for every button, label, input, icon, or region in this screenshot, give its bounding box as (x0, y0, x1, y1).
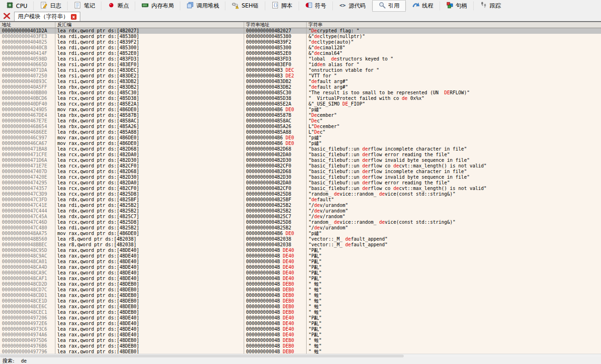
table-row[interactable]: 0000000000407250lea rsi,qword ptr ds:[4B… (0, 73, 601, 79)
text-segment: "basic_filebuf::un (308, 146, 362, 152)
table-row[interactable]: 000000000047C3FDlea rdx,qword ptr ds:[4B… (0, 197, 601, 203)
table-row[interactable]: 0000000000471E7Elea rcx,qword ptr ds:[4B… (0, 163, 601, 169)
text-segment: 00000000004B25C7 (246, 214, 291, 219)
string-address-cell: 00000000004B2DA0 (244, 180, 307, 186)
table-row[interactable]: 00000000004686EElea rdx,qword ptr ds:[4B… (0, 129, 601, 135)
table-row[interactable]: 00000000004249D5mov rax,qword ptr ds:[4B… (0, 107, 601, 113)
toolbar-button-trace[interactable]: 跟踪 (474, 0, 507, 12)
table-row[interactable]: 000000000040DF40lea rcx,qword ptr ds:[4B… (0, 101, 601, 107)
toolbar-button-symbols[interactable]: 符号 (299, 0, 332, 12)
table-row[interactable]: 000000000048CEC1lea rax,qword ptr ds:[4B… (0, 310, 601, 315)
table-row[interactable]: 0000000000404025lea rdi,qword ptr ds:[4B… (0, 39, 601, 45)
table-row[interactable]: 000000000047C41Elea rdi,qword ptr ds:[4B… (0, 203, 601, 208)
table-row[interactable]: 000000000048C95Dlea rax,qword ptr ds:[4B… (0, 248, 601, 253)
horizontal-scrollbar-thumb[interactable] (0, 355, 404, 357)
toolbar-button-call-stack[interactable]: 调用堆栈 (180, 0, 225, 12)
disassembly-cell: lea rdi,qword ptr ds:[4B39F2] (55, 39, 244, 45)
toolbar-button-memory-map[interactable]: 内存布局 (135, 0, 180, 12)
table-row[interactable]: 000000000040414Flea rdi,qword ptr ds:[4B… (0, 51, 601, 56)
table-row[interactable]: 000000000040BB00lea rbx,qword ptr ds:[4B… (0, 90, 601, 96)
table-row[interactable]: 000000000048CD2Dlea rax,qword ptr ds:[4B… (0, 281, 601, 287)
text-segment: vice(const std::string&)" (385, 220, 456, 225)
table-row[interactable]: 00000000004974A6lea rax,qword ptr ds:[4B… (0, 332, 601, 338)
toolbar-button-source[interactable]: <>源代码 (333, 0, 372, 12)
table-row[interactable]: 000000000048CE1Dlea rax,qword ptr ds:[4B… (0, 298, 601, 304)
table-row[interactable]: 0000000000471D6Alea rcx,qword ptr ds:[4B… (0, 158, 601, 163)
table-row[interactable]: 000000000048B560lea r8,qword ptr ds:[4B2… (0, 236, 601, 242)
table-row[interactable]: 000000000048CA4Dlea rax,qword ptr ds:[4B… (0, 265, 601, 270)
table-row[interactable]: 00000000004973C6lea rax,qword ptr ds:[4B… (0, 326, 601, 332)
table-row[interactable]: 0000000000471BA8lea rcx,qword ptr ds:[4B… (0, 146, 601, 152)
toolbar-button-references[interactable]: 引用 (372, 0, 406, 12)
table-row[interactable]: 00000000004975D6lea rax,qword ptr ds:[4B… (0, 338, 601, 343)
table-row[interactable]: 000000000048CD7Clea rax,qword ptr ds:[4B… (0, 287, 601, 293)
text-segment: 00000000004B (246, 270, 283, 275)
toolbar-button-breakpoints[interactable]: 断点 (101, 0, 135, 12)
table-row[interactable]: 000000000048CAF1lea rax,qword ptr ds:[4B… (0, 276, 601, 281)
table-row[interactable]: 000000000048C9AClea rax,qword ptr ds:[4B… (0, 253, 601, 259)
table-row[interactable]: 0000000000497796lea rax,qword ptr ds:[4B… (0, 349, 601, 354)
column-header-string[interactable]: 字符串 (307, 22, 601, 28)
table-row[interactable]: 000000000046C997mov rax,qword ptr ds:[4B… (0, 135, 601, 141)
table-row[interactable]: 0000000000467E7Elea rdx,qword ptr ds:[4B… (0, 118, 601, 124)
table-row[interactable]: 000000000048CE6Clea rax,qword ptr ds:[4B… (0, 304, 601, 310)
table-row[interactable]: 000000000047C46Dlea rcx,qword ptr ds:[4B… (0, 220, 601, 225)
table-row[interactable]: 000000000046CA67mov rax,qword ptr ds:[4B… (0, 141, 601, 146)
search-input[interactable]: de (21, 358, 27, 364)
table-row[interactable]: 000000000047C3D9lea rcx,qword ptr ds:[4B… (0, 191, 601, 197)
search-match-highlight: DE40 (283, 332, 294, 337)
tab-close-icon[interactable]: x (71, 14, 77, 20)
table-row[interactable]: 00000000004972E6lea rax,qword ptr ds:[4B… (0, 321, 601, 326)
table-row[interactable]: 000000000040A5FFlea rbx,qword ptr ds:[4B… (0, 84, 601, 90)
table-row[interactable]: 0000000000497206lea rax,qword ptr ds:[4B… (0, 315, 601, 321)
table-row[interactable]: 0000000000467DE4lea rbx,qword ptr ds:[4B… (0, 113, 601, 118)
table-row[interactable]: 000000000048AA75mov rax,qword ptr ds:[4B… (0, 231, 601, 236)
table-row[interactable]: 00000000004040CBlea rdi,qword ptr ds:[4B… (0, 45, 601, 51)
text-segment: 00000000004B52E0 (246, 51, 291, 56)
log-icon (40, 1, 47, 10)
table-row[interactable]: 000000000048CDD1lea rax,qword ptr ds:[4B… (0, 293, 601, 298)
toolbar-button-threads[interactable]: 线程 (406, 0, 439, 12)
toolbar-button-script[interactable]: {}脚本 (265, 0, 299, 12)
table-row[interactable]: 000000000048CA9Clea rax,qword ptr ds:[4B… (0, 270, 601, 276)
table-row[interactable]: 000000000047C444lea rdx,qword ptr ds:[4B… (0, 208, 601, 214)
toolbar-button-notes[interactable]: 笔记 (68, 0, 101, 12)
table-row[interactable]: 000000000048BBEClea r8,qword ptr ds:[4B2… (0, 242, 601, 248)
table-row[interactable]: 0000000000474295lea rcx,qword ptr ds:[4B… (0, 180, 601, 186)
table-row[interactable]: 00000000004071DAlea rsi,qword ptr ds:[4B… (0, 68, 601, 73)
table-row[interactable]: 000000000048CA01lea rax,qword ptr ds:[4B… (0, 259, 601, 265)
table-row[interactable]: 000000000047C45Alea rdx,qword ptr ds:[4B… (0, 214, 601, 220)
text-segment: 00000000004B2DA0 (246, 152, 291, 157)
column-header-disassembly[interactable]: 反汇编 (55, 22, 244, 28)
search-match-highlight: de (334, 220, 339, 225)
table-row[interactable]: 000000000040BCD6lea rcx,qword ptr ds:[4B… (0, 96, 601, 101)
toolbar-button-handles[interactable]: 句柄 (440, 0, 473, 12)
column-header-string-address[interactable]: 字符串地址 (244, 22, 307, 28)
horizontal-scrollbar[interactable] (0, 354, 601, 357)
table-row[interactable]: 000000000047420Elea rcx,qword ptr ds:[4B… (0, 174, 601, 180)
table-row[interactable]: 000000000040893Clea rsi,qword ptr ds:[4B… (0, 79, 601, 84)
table-row[interactable]: 0000000000403FE3lea rdi,qword ptr ds:[4B… (0, 34, 601, 39)
toolbar-button-cpu[interactable]: CPU (0, 0, 33, 12)
table-row[interactable]: 000000000047407Dlea rcx,qword ptr ds:[4B… (0, 169, 601, 174)
table-row[interactable]: 0000000000471CFElea rcx,qword ptr ds:[4B… (0, 152, 601, 158)
table-row[interactable]: 0000000000474357lea rcx,qword ptr ds:[4B… (0, 186, 601, 191)
disassembly-cell: lea rbx,qword ptr ds:[4B5C30] (55, 90, 244, 96)
address-cell: 000000000047C45A (0, 214, 55, 220)
column-header-address[interactable]: 地址 (0, 22, 55, 28)
tab-user-modules-strings[interactable]: 用户模块（字符串） x (14, 12, 80, 21)
table-row[interactable]: 00000000004976B6lea rax,qword ptr ds:[4B… (0, 343, 601, 349)
table-header: 地址 反汇编 字符串地址 字符串 (0, 22, 601, 28)
table-row[interactable]: 000000000047C480lea rdi,qword ptr ds:[4B… (0, 225, 601, 231)
table-row-selected[interactable]: 0000000000401D2Alea rdx,qword ptr ds:[4B… (0, 28, 601, 34)
address-cell: 00000000004040CB (0, 45, 55, 51)
toolbar-button-log[interactable]: 日志 (34, 0, 67, 12)
text-segment: "basic_filebuf::un (308, 186, 362, 191)
toolbar-button-seh[interactable]: SEH链 (225, 0, 264, 12)
close-all-tabs-button[interactable] (2, 13, 11, 20)
table-row[interactable]: 000000000040665Dlea rsi,qword ptr ds:[4B… (0, 62, 601, 68)
table-row[interactable]: 000000000040598Dlea rsi,qword ptr ds:[4B… (0, 56, 601, 62)
string-address-cell: 00000000004B3FD3 (244, 56, 307, 62)
table-row[interactable]: 0000000000468654lea rbx,qword ptr ds:[4B… (0, 124, 601, 129)
disassembly-cell: lea rdx,qword ptr ds:[4B5A88] (55, 129, 244, 135)
